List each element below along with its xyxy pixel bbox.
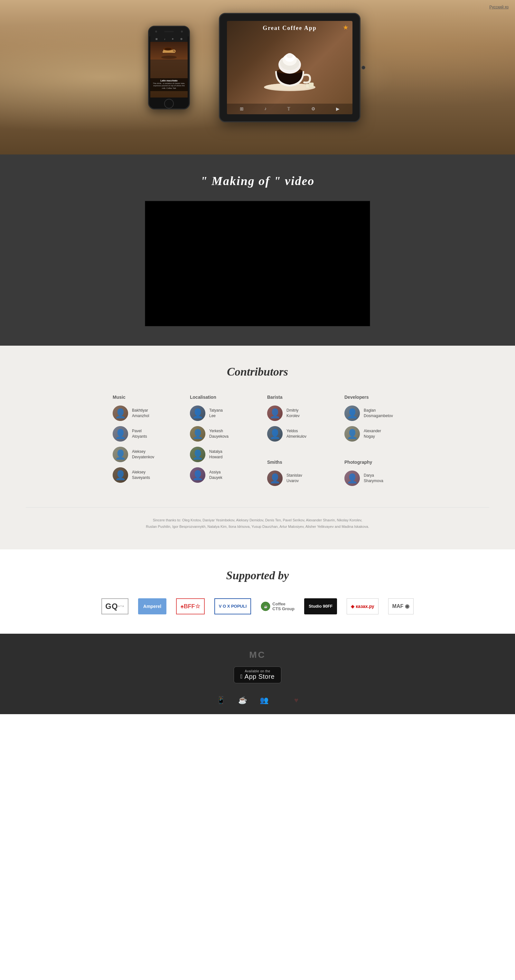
contributor-name: YeldosAlmenkulov (286, 428, 307, 439)
contributor-item: YeldosAlmenkulov (267, 426, 325, 442)
contributor-name: AlekseyDevyatenkov (132, 449, 154, 460)
avatar-aleksey-s (113, 467, 128, 483)
contributor-item: AlexanderNogay (344, 426, 402, 442)
category-developers: Developers BaglanDosmagambetov Alexander… (344, 395, 402, 447)
avatar-dmitriy (267, 406, 283, 421)
avatar-baglan (344, 406, 360, 421)
contributor-name: AlekseySaveyants (132, 469, 150, 480)
contributor-item: AlekseyDevyatenkov (113, 447, 171, 462)
category-photography-title: Photography (344, 460, 402, 465)
sponsor-vox: V O X POPULI (215, 598, 251, 614)
ipad-bottom-bar: ⊞ ♪ 𝕋 ⚙ ▶ (227, 103, 353, 114)
heart-icon: ♥ (294, 696, 298, 705)
ipad-music-icon[interactable]: ♪ (264, 106, 267, 112)
svg-rect-15 (309, 83, 313, 87)
iphone-speaker (164, 31, 174, 32)
ipad-coffee-image (258, 45, 322, 94)
contributor-name: AlexanderNogay (364, 428, 381, 439)
sponsor-maf: MAF ◉ (388, 598, 413, 614)
ipad-home-button[interactable] (361, 66, 365, 70)
coffee-cup-icon[interactable]: ☕ (238, 696, 247, 705)
avatar-yeldos (267, 426, 283, 442)
category-smiths-title: Smiths (267, 460, 325, 465)
avatar-natalya (190, 447, 205, 462)
contributor-item: YerkeshDauyekova (190, 426, 248, 442)
contributors-section: Contributors Music BakhtiyarAmanzhol Pav… (0, 346, 515, 549)
category-localisation-title: Localisation (190, 395, 248, 400)
coffee-cts-icon: ☕ (261, 601, 270, 611)
svg-point-13 (286, 53, 293, 58)
iphone-dot-1 (155, 30, 157, 32)
supported-title: Supported by (26, 569, 489, 582)
category-photography: Photography DaryaSharymova (344, 460, 402, 491)
category-localisation: Localisation TatyanaLee YerkeshDauyekova… (190, 395, 248, 491)
contributor-item: BaglanDosmagambetov (344, 406, 402, 421)
iphone-top-bar (149, 27, 189, 37)
video-player[interactable] (145, 201, 370, 326)
avatar-bakhtiyar (113, 406, 128, 421)
svg-text:☕: ☕ (264, 605, 268, 609)
language-link[interactable]: Русский яз (489, 5, 509, 10)
phone-icon[interactable]: 📱 (217, 696, 225, 705)
vox-label: V O X POPULI (219, 604, 247, 609)
avatar-tatyana (190, 406, 205, 421)
app-store-badge[interactable]: Available on the  App Store (234, 667, 281, 683)
app-store-line2: App Store (245, 673, 275, 680)
sponsors-row: GQ ATA Amperel ♠BFF☆ V O X POPULI ☕ Coff… (26, 598, 489, 614)
contributor-item: StanislavUvarov (267, 471, 325, 486)
contributor-name: AssiyaDauyek (209, 469, 223, 480)
contributor-item: DmitriyKorolev (267, 406, 325, 421)
contributor-item: TatyanaLee (190, 406, 248, 421)
ipad-screen: Great Coffee App ★ (227, 21, 353, 114)
kazax-label: ◈ казах.ру (351, 604, 374, 609)
sponsor-gq: GQ ATA (102, 598, 129, 614)
iphone-screen: ⊞ ♪ ☀ ⚙ (150, 37, 188, 97)
iphone-home-button[interactable] (164, 99, 174, 108)
avatar-pavel (113, 426, 128, 442)
app-store-line1: Available on the (245, 670, 270, 673)
sponsor-studio: Studio 90FF (304, 598, 337, 614)
iphone-coffee-image (159, 42, 179, 60)
contributors-grid: Music BakhtiyarAmanzhol PavelAtoyants Al… (26, 395, 489, 491)
footer-nav: 📱 ☕ 👥 ♥ (217, 696, 298, 705)
ipad-play-icon[interactable]: ▶ (336, 106, 340, 112)
contributor-name: TatyanaLee (209, 408, 223, 419)
avatar-aleksey-d (113, 447, 128, 462)
category-smiths: Smiths StanislavUvarov (267, 460, 325, 491)
sponsor-amperel: Amperel (138, 598, 167, 614)
sponsor-coffee: ☕ CoffeeCTS Group (261, 598, 294, 614)
people-icon[interactable]: 👥 (260, 696, 269, 705)
apple-icon:  (240, 673, 243, 680)
contributor-name: DmitriyKorolev (286, 408, 300, 419)
contributor-name: DaryaSharymova (364, 473, 383, 484)
supported-section: Supported by GQ ATA Amperel ♠BFF☆ V O X … (0, 549, 515, 634)
category-music-title: Music (113, 395, 171, 400)
contributor-name: NatalyaHoward (209, 449, 223, 460)
coffee-label: CoffeeCTS Group (272, 601, 294, 611)
contributor-item: NatalyaHoward (190, 447, 248, 462)
studio-label: Studio 90FF (309, 604, 332, 609)
contributor-name: PavelAtoyants (132, 428, 147, 439)
category-barista: Barista DmitriyKorolev YeldosAlmenkulov (267, 395, 325, 447)
making-section: " Making of " video (0, 154, 515, 346)
avatar-darya (344, 471, 360, 486)
iphone-caption: Latte macchiato This drink - a variation… (150, 78, 188, 91)
ipad-grid-icon[interactable]: ⊞ (240, 106, 244, 112)
ipad-settings-icon[interactable]: ⚙ (311, 106, 315, 112)
thanks-text: Sincere thanks to: Oleg Krotov, Daniyar … (26, 507, 489, 530)
bff-label: ♠BFF☆ (181, 603, 200, 610)
contributor-name: StanislavUvarov (286, 473, 302, 484)
contributor-item: DaryaSharymova (344, 471, 402, 486)
contributor-item: AlekseySaveyants (113, 467, 171, 483)
sponsor-kazax: ◈ казах.ру (347, 598, 378, 614)
avatar-stanislav (267, 471, 283, 486)
ipad-twitter-icon[interactable]: 𝕋 (287, 106, 290, 112)
avatar-alexander (344, 426, 360, 442)
iphone-device: ⊞ ♪ ☀ ⚙ (148, 26, 190, 110)
hero-section: Русский яз ⊞ ♪ ☀ ⚙ (0, 0, 515, 154)
iphone-top-icon4: ⚙ (180, 38, 183, 41)
sponsor-bff: ♠BFF☆ (176, 598, 205, 614)
svg-point-0 (161, 56, 177, 59)
making-title: " Making of " video (200, 174, 315, 188)
ipad-app-title: Great Coffee App (227, 21, 353, 35)
